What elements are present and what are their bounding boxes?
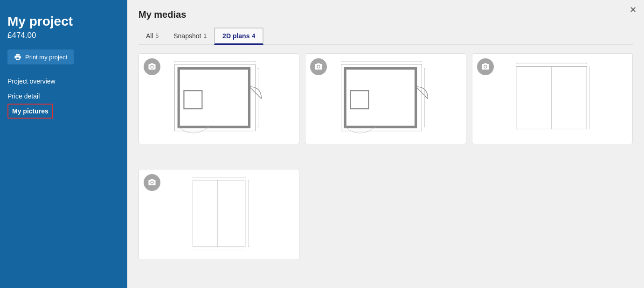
media-card-1[interactable] bbox=[138, 53, 299, 144]
camera-icon bbox=[314, 63, 323, 71]
tab-all-label: All bbox=[146, 32, 153, 40]
svg-rect-12 bbox=[351, 91, 369, 109]
camera-icon bbox=[148, 63, 156, 71]
content-title: My medias bbox=[138, 9, 633, 20]
project-price: £474.00 bbox=[7, 31, 120, 40]
tab-2d-plans[interactable]: 2D plans 4 bbox=[214, 28, 263, 45]
plan-svg-3 bbox=[472, 54, 632, 144]
tab-all[interactable]: All 5 bbox=[138, 28, 166, 44]
camera-icon bbox=[481, 63, 490, 71]
tab-snapshot[interactable]: Snapshot 1 bbox=[166, 28, 214, 44]
sidebar-item-my-pictures[interactable]: My pictures bbox=[7, 104, 53, 119]
camera-icon-4 bbox=[144, 174, 160, 191]
print-button[interactable]: Print my project bbox=[7, 49, 74, 64]
tab-2dplans-count: 4 bbox=[252, 33, 255, 39]
tab-2dplans-label: 2D plans bbox=[222, 32, 249, 40]
main-layout: My project £474.00 Print my project Proj… bbox=[0, 0, 644, 288]
plan-svg-2 bbox=[305, 54, 465, 144]
sidebar-item-price-detail[interactable]: Price detail bbox=[7, 89, 120, 104]
project-title: My project bbox=[7, 14, 120, 29]
camera-icon bbox=[148, 178, 156, 187]
media-card-3[interactable] bbox=[472, 53, 633, 144]
tab-snapshot-count: 1 bbox=[203, 33, 207, 39]
plan-svg-4 bbox=[139, 169, 299, 260]
camera-icon-3 bbox=[477, 58, 494, 75]
tab-all-count: 5 bbox=[156, 33, 159, 39]
tab-snapshot-label: Snapshot bbox=[173, 32, 201, 40]
sidebar: My project £474.00 Print my project Proj… bbox=[0, 0, 127, 288]
print-button-label: Print my project bbox=[25, 54, 67, 61]
sidebar-nav: Project overview Price detail My picture… bbox=[7, 74, 120, 119]
tabs-bar: All 5 Snapshot 1 2D plans 4 bbox=[138, 28, 633, 45]
sidebar-item-project-overview[interactable]: Project overview bbox=[7, 74, 120, 89]
media-grid bbox=[138, 53, 633, 279]
media-card-2[interactable] bbox=[305, 53, 466, 144]
media-card-4[interactable] bbox=[138, 169, 299, 260]
camera-icon-1 bbox=[144, 58, 160, 75]
plan-svg-1 bbox=[139, 54, 299, 144]
svg-rect-2 bbox=[184, 91, 202, 109]
content-area: My medias All 5 Snapshot 1 2D plans 4 bbox=[127, 0, 644, 288]
app-container: ✕ My project £474.00 Print my project Pr… bbox=[0, 0, 644, 288]
close-button[interactable]: ✕ bbox=[630, 6, 637, 14]
printer-icon bbox=[14, 53, 21, 61]
svg-rect-26 bbox=[193, 180, 245, 246]
